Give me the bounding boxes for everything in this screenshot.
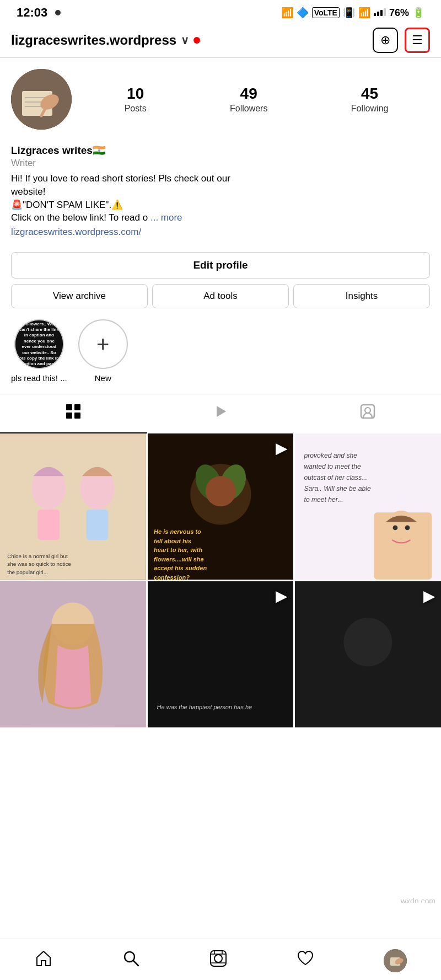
svg-marker-11 bbox=[217, 406, 226, 417]
profile-avatar bbox=[384, 949, 407, 972]
svg-text:Chloe is a normal girl but: Chloe is a normal girl but bbox=[7, 553, 68, 559]
bio-line3: 🚨"DON'T SPAM LIKE".⚠️ bbox=[11, 200, 123, 210]
nav-home[interactable] bbox=[29, 946, 58, 976]
play-icon-2: ▶ bbox=[276, 439, 288, 457]
vibrate-icon: 📳 bbox=[343, 7, 355, 19]
ad-tools-button[interactable]: Ad tools bbox=[152, 284, 289, 308]
svg-text:accept his sudden: accept his sudden bbox=[154, 565, 207, 571]
svg-rect-51 bbox=[211, 951, 226, 966]
grid-icon bbox=[65, 403, 82, 424]
svg-rect-7 bbox=[66, 404, 72, 410]
bio-section: Lizgraces writes🇮🇳 Writer Hi! If you lov… bbox=[0, 144, 441, 247]
profile-top: 10 Posts 49 Followers 45 Following bbox=[11, 69, 430, 130]
svg-point-48 bbox=[344, 618, 392, 666]
gesture-bar bbox=[0, 903, 441, 936]
edit-profile-button[interactable]: Edit profile bbox=[11, 252, 430, 279]
nfc-icon: 📶 bbox=[281, 7, 293, 19]
profile-section: 10 Posts 49 Followers 45 Following bbox=[0, 58, 441, 144]
play-icon-5: ▶ bbox=[276, 587, 288, 605]
content-tab-bar bbox=[0, 394, 441, 433]
svg-point-13 bbox=[365, 408, 370, 413]
avatar-svg bbox=[11, 69, 72, 130]
highlight-item-story[interactable]: we are just a small page with few follow… bbox=[11, 319, 67, 383]
story-inner: we are just a small page with few follow… bbox=[15, 320, 63, 368]
tab-grid[interactable] bbox=[0, 394, 147, 433]
reels-nav-icon bbox=[209, 949, 228, 972]
svg-text:He was the happiest person has: He was the happiest person has he bbox=[157, 703, 252, 710]
svg-text:heart to her, with: heart to her, with bbox=[154, 547, 202, 553]
following-stat[interactable]: 45 Following bbox=[351, 85, 389, 114]
nav-reels[interactable] bbox=[203, 946, 233, 976]
avatar[interactable] bbox=[11, 69, 72, 130]
bluetooth-icon: 🔷 bbox=[297, 7, 309, 19]
heart-icon bbox=[296, 949, 315, 972]
followers-stat[interactable]: 49 Followers bbox=[230, 85, 267, 114]
grid-item-2[interactable]: He is nervous to tell about his heart to… bbox=[148, 433, 294, 580]
svg-point-42 bbox=[405, 526, 410, 531]
following-count: 45 bbox=[361, 85, 378, 103]
svg-text:confession?: confession? bbox=[154, 574, 190, 580]
post-video-2: He is nervous to tell about his heart to… bbox=[148, 433, 294, 580]
tab-reels[interactable] bbox=[147, 394, 294, 433]
svg-rect-9 bbox=[66, 413, 72, 419]
chevron-down-icon[interactable]: ∨ bbox=[181, 34, 189, 47]
insights-button[interactable]: Insights bbox=[293, 284, 430, 308]
status-bar: 12:03 📶 🔷 VoLTE 📳 📶 76% 🔋 bbox=[0, 0, 441, 23]
header-actions: ⊕ ☰ bbox=[373, 28, 430, 53]
reels-icon bbox=[212, 403, 229, 424]
svg-text:He is nervous to: He is nervous to bbox=[154, 528, 201, 535]
svg-rect-10 bbox=[74, 413, 80, 419]
posts-stat[interactable]: 10 Posts bbox=[125, 85, 147, 114]
website-link[interactable]: lizgraceswrites.wordpress.com/ bbox=[11, 227, 141, 237]
header-username[interactable]: lizgraceswrites.wordpress ∨ bbox=[11, 33, 200, 48]
view-archive-button[interactable]: View archive bbox=[11, 284, 148, 308]
svg-point-52 bbox=[214, 955, 222, 962]
grid-item-3[interactable]: provoked and she wanted to meet the outc… bbox=[295, 433, 441, 580]
posts-count: 10 bbox=[127, 85, 144, 103]
highlights-section: we are just a small page with few follow… bbox=[0, 314, 441, 383]
battery-icon: 🔋 bbox=[412, 7, 424, 19]
post-image-1: Chloe is a normal girl but she was so qu… bbox=[0, 433, 146, 580]
play-icon-6: ▶ bbox=[423, 587, 435, 605]
svg-text:flowers....will she: flowers....will she bbox=[154, 556, 204, 563]
plus-icon: ⊕ bbox=[380, 33, 390, 47]
nav-profile[interactable] bbox=[378, 946, 412, 976]
svg-text:the popular girl...: the popular girl... bbox=[7, 569, 48, 575]
nav-search[interactable] bbox=[116, 946, 146, 976]
highlight-item-new[interactable]: + New bbox=[78, 319, 128, 383]
story-label: pls read this! ... bbox=[11, 373, 67, 383]
bio-line2: website! bbox=[11, 186, 45, 197]
svg-rect-18 bbox=[87, 510, 109, 540]
svg-text:outcast of her class...: outcast of her class... bbox=[304, 474, 368, 481]
svg-point-41 bbox=[393, 526, 398, 531]
svg-text:to meet her...: to meet her... bbox=[304, 496, 343, 504]
grid-item-6[interactable]: ▶ bbox=[295, 581, 441, 727]
svg-text:tell about his: tell about his bbox=[154, 538, 191, 544]
followers-count: 49 bbox=[240, 85, 257, 103]
svg-rect-17 bbox=[37, 510, 60, 540]
tab-tagged[interactable] bbox=[294, 394, 441, 433]
svg-text:wanted to meet the: wanted to meet the bbox=[304, 463, 361, 470]
menu-button[interactable]: ☰ bbox=[405, 28, 430, 53]
status-time: 12:03 bbox=[17, 6, 47, 20]
story-circle: we are just a small page with few follow… bbox=[14, 319, 64, 369]
post-image-4 bbox=[0, 581, 146, 727]
grid-item-4[interactable] bbox=[0, 581, 146, 727]
posts-label: Posts bbox=[125, 104, 147, 114]
nav-activity[interactable] bbox=[291, 946, 320, 976]
grid-item-5[interactable]: He was the happiest person has he ▶ bbox=[148, 581, 294, 727]
new-post-button[interactable]: ⊕ bbox=[373, 28, 398, 53]
action-buttons: Edit profile View archive Ad tools Insig… bbox=[0, 247, 441, 314]
bio-line4: Click on the below link! To read o bbox=[11, 212, 148, 223]
battery-percent: 76% bbox=[389, 7, 409, 19]
secondary-buttons: View archive Ad tools Insights bbox=[11, 284, 430, 308]
status-icons: 📶 🔷 VoLTE 📳 📶 76% 🔋 bbox=[281, 7, 424, 19]
home-icon bbox=[34, 949, 53, 972]
bio-more[interactable]: ... more bbox=[150, 212, 182, 223]
new-circle: + bbox=[78, 319, 128, 369]
grid-item-1[interactable]: Chloe is a normal girl but she was so qu… bbox=[0, 433, 146, 580]
volte-icon: VoLTE bbox=[312, 7, 340, 18]
bottom-nav bbox=[0, 939, 441, 980]
category: Writer bbox=[11, 158, 430, 169]
status-dot bbox=[55, 10, 61, 15]
